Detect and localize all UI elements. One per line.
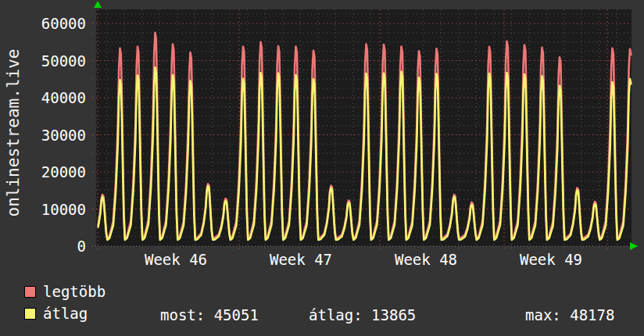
legend-swatch-legtobb [24,286,36,298]
y-axis-label: 0 [77,238,86,255]
y-axis-label: 40000 [41,89,86,106]
stats-row: most: 45051 átlag: 13865 max: 48178 [0,306,644,323]
y-axis-arrow-icon [94,1,102,8]
legend-item-legtobb: legtöbb [24,284,106,299]
rrd-graph-page: { "app": { "watermark": "onlinestream.li… [0,0,644,336]
y-axis-label: 20000 [41,163,86,181]
watermark-text: onlinestream.live [4,49,23,217]
x-axis-label: Week 48 [395,251,457,268]
x-axis-label: Week 49 [520,251,582,268]
x-axis-arrow-icon [630,242,638,250]
legend-label-legtobb: legtöbb [43,284,106,299]
x-axis-label: Week 46 [145,251,207,268]
stat-max: max: 48178 [525,306,614,323]
y-axis-label: 30000 [41,127,86,144]
y-axis-label: 60000 [41,15,86,32]
stat-most: most: 45051 [160,306,259,323]
chart-svg: 0100002000030000400005000060000Week 46We… [0,0,644,278]
y-axis-label: 50000 [41,52,86,70]
x-axis-label: Week 47 [270,251,332,268]
stat-atlag: átlag: 13865 [309,306,416,323]
y-axis-label: 10000 [41,201,86,218]
